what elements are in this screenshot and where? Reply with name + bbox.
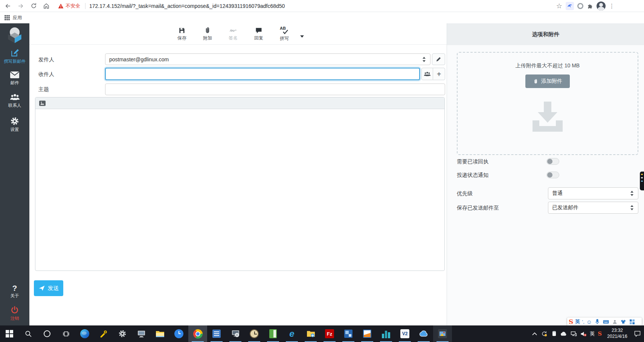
dsn-toggle[interactable] [546,172,559,178]
taskbar-app-frames[interactable] [339,325,358,342]
taskbar-app-gear[interactable] [113,325,132,342]
toolbox-grid-icon[interactable] [629,318,635,325]
save-to-select[interactable]: 已发送邮件 [548,202,638,214]
tray-network-icon[interactable] [570,330,577,337]
sidebar-item-contacts[interactable]: 联系人 [0,93,29,108]
send-button[interactable]: 发送 [34,280,63,296]
tray-sogou-icon[interactable]: S [598,330,602,337]
taskbar-app-builder[interactable] [94,325,113,342]
ime-toolbar[interactable]: S 英 ’, ☺ [567,318,642,326]
taskbar-app-edge[interactable] [75,325,94,342]
sidebar-item-label: 邮件 [0,80,29,86]
taskbar-app-notes[interactable] [264,325,282,342]
taskbar-app-photos[interactable] [433,325,452,342]
user-icon[interactable] [611,318,618,325]
message-editor[interactable] [35,97,445,271]
bookmark-star-icon[interactable]: ☆ [556,2,562,10]
task-view-icon [63,330,70,337]
priority-select[interactable]: 普通 [548,187,638,199]
taskbar-app-setup[interactable] [226,325,245,342]
responses-button[interactable]: 回复 [249,27,269,41]
taskbar-app-ie[interactable]: e [282,325,301,342]
sidebar-item-label: 设置 [0,127,29,132]
taskbar-app-remote[interactable] [132,325,151,342]
task-view-button[interactable] [56,325,75,342]
tray-language-indicator[interactable]: 英 [590,330,595,337]
notes-app-icon [269,329,277,338]
tray-cylinder-icon[interactable] [551,330,557,337]
apps-grid-icon[interactable] [5,15,10,20]
sidebar-item-compose[interactable]: 撰写新邮件 [0,48,29,64]
from-select[interactable]: postmaster@gdlinux.com [105,53,430,65]
skin-shirt-icon[interactable] [620,318,627,325]
insert-image-icon[interactable] [39,100,46,106]
save-button[interactable]: 保存 [172,27,192,41]
taskbar-app-cloud[interactable] [414,325,433,342]
signature-button[interactable]: 签名 [223,27,243,41]
apps-label[interactable]: 应用 [13,15,22,21]
sogou-logo-icon[interactable]: S [569,318,573,325]
attachment-dropzone[interactable]: 上传附件最大不超过 10 MB 添加附件 [457,52,638,155]
extension-circle-icon[interactable] [577,3,583,9]
taskbar-app-folder[interactable] [301,325,320,342]
taskbar-clock[interactable]: 23:32 2021/4/16 [605,328,630,339]
power-icon [0,306,29,315]
add-attachment-button[interactable]: 添加附件 [525,74,570,88]
start-button[interactable] [0,325,19,342]
save-icon [178,27,186,34]
subject-input[interactable] [105,84,445,95]
url-divider [85,3,85,9]
taskbar-app-alarms[interactable] [169,325,188,342]
contacts-small-icon [424,71,431,77]
taskbar-app-buildings[interactable] [377,325,395,342]
taskbar-search[interactable] [19,325,38,342]
vm-app-icon [363,330,371,338]
back-icon[interactable] [3,1,13,11]
sidebar-item-mail[interactable]: 邮件 [0,71,29,86]
tray-cloud-icon[interactable] [560,330,567,337]
taskbar-app-vm[interactable] [358,325,377,342]
tray-sync-icon[interactable] [541,330,548,337]
taskbar-app-explorer[interactable] [151,325,169,342]
keyboard-icon[interactable] [603,318,609,325]
security-indicator[interactable]: 不安全 [58,3,85,9]
ime-mode-label[interactable]: 英 [575,318,580,325]
spellcheck-button[interactable]: AB 拼写 [275,26,294,42]
taskbar-date: 2021/4/16 [605,334,630,340]
attach-button[interactable]: 附加 [198,27,217,41]
profile-avatar[interactable] [597,2,606,11]
contact-picker-button[interactable] [421,68,433,80]
reload-icon[interactable] [29,1,38,11]
toolbar-more-icon[interactable] [300,35,304,38]
sidebar-item-about[interactable]: ? 关于 [0,284,29,299]
ime-punctuation-icon[interactable]: ’, [582,319,584,325]
read-receipt-toggle[interactable] [546,158,559,165]
taskbar-app-clock[interactable] [245,325,264,342]
tray-chevron-icon[interactable] [531,330,538,337]
home-icon[interactable] [41,1,51,11]
add-recipient-button[interactable]: + [433,68,445,80]
extensions-puzzle-icon[interactable] [587,3,593,9]
address-bar[interactable]: 172.17.4.152/mail/?_task=mail&_action=co… [89,3,556,9]
browser-menu-icon[interactable]: ⋮ [609,3,615,9]
emoji-icon[interactable]: ☺ [586,319,592,325]
taskbar-app-document[interactable] [207,325,226,342]
taskbar-app-vnc[interactable]: V2 [395,325,414,342]
cortana-button[interactable] [38,325,56,342]
message-body[interactable] [35,109,444,271]
sidebar-item-settings[interactable]: 设置 [0,117,29,132]
save-to-label: 保存已发送邮件至 [457,205,499,211]
tray-volume-muted-icon[interactable] [580,330,587,337]
mic-icon[interactable] [594,318,601,325]
sidebar-item-logout[interactable]: 注销 [0,306,29,321]
edit-identity-button[interactable] [432,53,445,65]
browser-toolbar: 不安全 172.17.4.152/mail/?_task=mail&_actio… [0,0,644,12]
cortana-icon [44,330,50,337]
extension-bird-icon[interactable] [566,2,574,10]
docked-tool-handle[interactable] [640,172,644,190]
taskbar-app-chrome[interactable] [188,325,207,342]
taskbar-app-filezilla[interactable]: Fz [320,325,339,342]
forward-icon[interactable] [16,1,26,11]
to-input[interactable] [105,68,420,80]
action-center-icon[interactable] [633,330,642,337]
